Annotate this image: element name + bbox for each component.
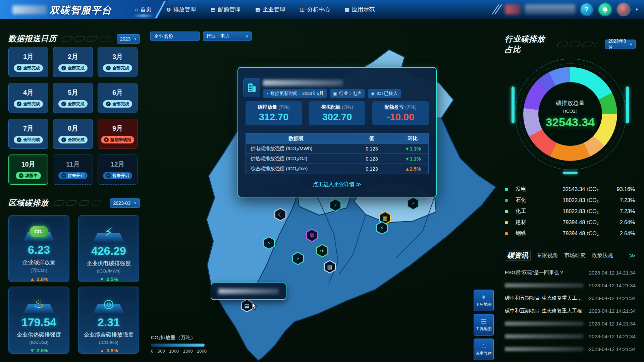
map-tooltip[interactable] bbox=[211, 283, 286, 300]
radiator-icon: ♨ bbox=[34, 298, 44, 310]
slash-decoration bbox=[495, 4, 499, 14]
check-icon: ✔ bbox=[17, 137, 21, 142]
news-header: 碳资讯 专家视角 市场研究 政策法规 ≫ bbox=[505, 250, 636, 264]
blurred-company-name bbox=[218, 289, 279, 294]
month-dropdown[interactable]: 2023-03 ∨ bbox=[110, 198, 140, 208]
emission-card[interactable]: CO₂ 6.23 企业碳排放量 (万tCO₂) ▲2.8% bbox=[8, 215, 69, 282]
card-unit: (万tCO₂) bbox=[31, 267, 47, 274]
news-more-arrow[interactable]: ≫ bbox=[629, 252, 636, 259]
month-card-jun[interactable]: 6月 ✔全部完成 bbox=[98, 83, 138, 113]
title-decoration bbox=[62, 36, 109, 42]
month-card-apr[interactable]: 4月 ✔全部完成 bbox=[8, 83, 48, 113]
clock-icon: ◔ bbox=[266, 91, 268, 96]
news-item[interactable]: 2023-04-12 14:21:34 bbox=[505, 330, 636, 343]
button-label: 温室气体 bbox=[476, 351, 492, 356]
nav-item-home[interactable]: ⌂ 首页 bbox=[135, 6, 152, 13]
table-row: 供电碳排放强度 (tCO₂/MWh) 0.123 ▼1.1% bbox=[246, 143, 428, 154]
month-card-jan[interactable]: 1月 ✔全部完成 bbox=[8, 47, 48, 77]
nav-item-emission[interactable]: ◍ 排放管理 bbox=[166, 6, 196, 13]
nav-item-quota[interactable]: ▤ 配额管理 bbox=[211, 6, 240, 13]
check-icon: ✔ bbox=[61, 137, 66, 142]
legend-row[interactable]: 化工 18022.83tCO₂ 7.23% bbox=[505, 206, 635, 217]
legend-row[interactable]: 建材 79394.48tCO₂ 2.64% bbox=[505, 217, 635, 228]
avatar[interactable] bbox=[616, 2, 631, 16]
tab-policy[interactable]: 政策法规 bbox=[592, 252, 613, 259]
co2-cloud-icon: CO₂ bbox=[30, 226, 48, 237]
chevron-down-icon: ∨ bbox=[134, 37, 137, 41]
news-item[interactable]: 2023-04-12 14:21:34 bbox=[505, 279, 636, 292]
notification-button[interactable] bbox=[598, 2, 612, 16]
month-card-oct[interactable]: 10月 ✎填报中 bbox=[8, 155, 48, 185]
month-card-mar[interactable]: 3月 ✔全部完成 bbox=[98, 47, 138, 77]
power-intensity-card[interactable]: ⚡ 426.29 企业供电碳排强度 (tCO₂/MWh) ▼2.5% bbox=[78, 215, 139, 282]
iot-icon: ◉ bbox=[371, 91, 374, 96]
news-timestamp: 2023-04-12 14:21:34 bbox=[584, 270, 636, 276]
card-label: 企业碳排放量 bbox=[22, 259, 56, 266]
month-label: 12月 bbox=[110, 160, 124, 169]
month-card-jul[interactable]: 7月 ✔全部完成 bbox=[8, 119, 48, 149]
month-card-nov[interactable]: 11月 −暂未开启 bbox=[53, 155, 93, 185]
molecule-icon: ∴ bbox=[481, 343, 486, 350]
overall-intensity-card[interactable]: ◎ 2.31 企业综合碳排放强度 (tCO₂/tce) ▲0.8% bbox=[78, 287, 139, 354]
company-search-input[interactable]: 企业名称 bbox=[150, 32, 200, 41]
cross-icon: ✖ bbox=[104, 137, 109, 142]
check-icon: ✔ bbox=[61, 102, 66, 106]
status-badge: ✔全部完成 bbox=[103, 100, 132, 108]
nav-item-enterprise[interactable]: ▦ 企业管理 bbox=[255, 6, 285, 13]
tab-expert-view[interactable]: 专家视角 bbox=[537, 252, 558, 259]
month-card-aug[interactable]: 8月 ✔全部完成 bbox=[53, 119, 93, 149]
iot-chip: ◉ IOT已接入 bbox=[368, 89, 400, 98]
status-badge: ✔全部完成 bbox=[58, 136, 88, 143]
button-label: 工况地图 bbox=[476, 326, 492, 332]
industry-donut-chart: 碳排放总量 （tCO2） 32543.34 bbox=[505, 47, 636, 181]
legend-dot bbox=[505, 232, 508, 235]
enter-company-detail-link[interactable]: 点击进入企业详情 ≫ bbox=[238, 181, 436, 188]
nav-label: 分析中心 bbox=[307, 6, 330, 13]
nav-item-analysis[interactable]: ◫ 分析中心 bbox=[300, 6, 330, 13]
legend-row[interactable]: 钢铁 79394.48tCO₂ 2.64% bbox=[505, 228, 635, 239]
month-card-dec[interactable]: 12月 −暂未开启 bbox=[98, 155, 138, 185]
news-item[interactable]: 碳中和五期项目-生态修复重大工程... 2023-04-12 14:21:34 bbox=[505, 292, 636, 304]
tab-market-research[interactable]: 市场研究 bbox=[564, 252, 586, 259]
news-item[interactable]: 碳中和五期项目-生态修复重大工程 2023-04-12 14:21:34 bbox=[505, 304, 636, 317]
calendar-header: 数据报送日历 2023 ∨ bbox=[8, 34, 140, 44]
emission-stat: 碳排放量 (万吨) 312.70 bbox=[246, 101, 302, 125]
year-dropdown[interactable]: 2023 ∨ bbox=[117, 34, 140, 44]
month-card-sep[interactable]: 9月 ✖超期未填报 bbox=[98, 119, 138, 149]
top-nav: 双碳智服平台 ⌂ 首页 ◍ 排放管理 ▤ 配额管理 ▦ 企业管理 ◫ 分析中心 bbox=[0, 0, 644, 20]
month-label: 4月 bbox=[23, 88, 34, 97]
nav-item-demo[interactable]: ▩ 应用示范 bbox=[345, 6, 375, 13]
delta-value: 2.5% bbox=[37, 348, 48, 353]
legend-row[interactable]: 石化 18022.83tCO₂ 7.23% bbox=[505, 195, 635, 206]
greenhouse-gas-button[interactable]: ∴ 温室气体 bbox=[474, 339, 494, 360]
industry-filter-dropdown[interactable]: 行业：电力 ∨ bbox=[203, 32, 252, 41]
news-item[interactable]: ESG跟“双碳”是一回事么？ 2023-04-12 14:21:34 bbox=[505, 266, 636, 279]
status-badge: −暂未开启 bbox=[103, 172, 132, 179]
industry-legend: 发电 32543.34tCO₂ 93.16% 石化 18022.83tCO₂ 7… bbox=[505, 184, 635, 239]
popup-stats: 碳排放量 (万吨) 312.70 模拟配额 (万吨) 302.70 配额盈亏 (… bbox=[246, 101, 429, 125]
period-value: 2023-03 bbox=[113, 200, 130, 206]
donut-center-label: 碳排放总量 bbox=[556, 99, 585, 107]
month-card-feb[interactable]: 2月 ✔全部完成 bbox=[53, 47, 93, 77]
month-card-may[interactable]: 5月 ✔全部完成 bbox=[53, 83, 93, 113]
satellite-map-button[interactable]: ✦ 卫星地图 bbox=[474, 290, 494, 311]
legend-dot bbox=[505, 210, 508, 213]
chevron-down-icon[interactable]: ▼ bbox=[635, 7, 639, 11]
status-badge: ✔全部完成 bbox=[14, 100, 43, 108]
blurred-badge bbox=[505, 4, 521, 14]
industry-chip: ▣ 行业：电力 bbox=[330, 89, 365, 98]
condition-map-button[interactable]: ☰ 工况地图 bbox=[474, 314, 494, 336]
legend-row[interactable]: 发电 32543.34tCO₂ 93.16% bbox=[505, 184, 635, 195]
help-button[interactable]: ? bbox=[580, 2, 594, 16]
heat-intensity-card[interactable]: ♨ 179.54 企业供热碳排强度 (tCO₂/GJ) ▼2.5% bbox=[8, 287, 69, 354]
trend-arrow-icon: ▼ bbox=[99, 276, 104, 282]
question-icon: ? bbox=[585, 6, 589, 13]
donut-ring[interactable]: 碳排放总量 （tCO2） 32543.34 bbox=[523, 67, 617, 161]
regional-title: 区域碳排放 bbox=[8, 198, 49, 208]
status-badge: ✔全部完成 bbox=[58, 100, 88, 108]
legend-title: CO₂排放量（万吨） bbox=[151, 335, 207, 341]
news-item[interactable]: 2023-04-12 14:21:34 bbox=[505, 343, 636, 355]
check-icon: ✔ bbox=[106, 66, 111, 70]
status-badge: ✔全部完成 bbox=[14, 136, 43, 143]
news-item[interactable]: 2023-04-12 14:21:34 bbox=[505, 317, 636, 330]
